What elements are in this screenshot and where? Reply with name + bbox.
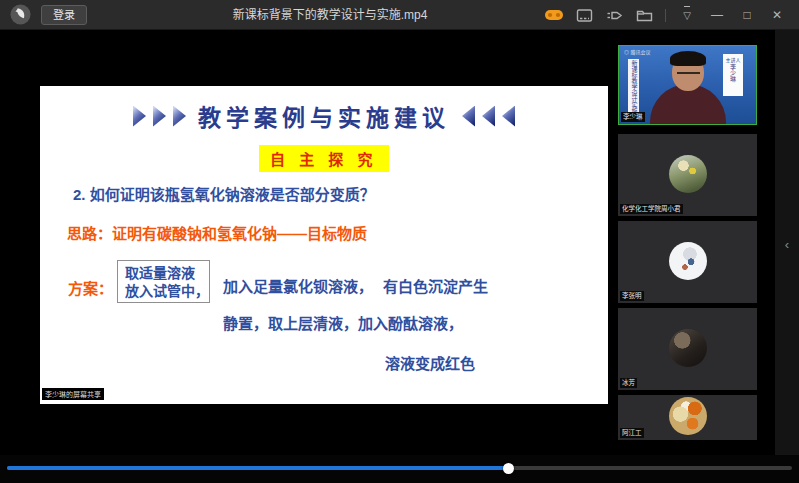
seek-knob[interactable] bbox=[503, 463, 514, 474]
participant-tile: 化学化工学院周小君 bbox=[618, 134, 757, 216]
maximize-button[interactable]: □ bbox=[735, 4, 759, 26]
slide-plan-label: 方案： bbox=[68, 277, 113, 298]
presenter-card: 主讲人 李少琳 bbox=[723, 54, 743, 96]
participant-tile: 李张明 bbox=[618, 221, 757, 303]
titlebar-separator bbox=[665, 9, 666, 22]
playlist-panel-strip: ‹ bbox=[775, 30, 799, 455]
participant-avatar bbox=[669, 397, 707, 435]
participant-tile: 阿江工 bbox=[618, 395, 757, 440]
participant-name-tag: 化学化工学院周小君 bbox=[620, 204, 683, 214]
participant-tile-speaker: ◎ 腾讯会议 新课标教学设计实施 主讲人 李少琳 李少琳 bbox=[618, 45, 757, 125]
shared-slide: 教学案例与实施建议 自 主 探 究 2. 如何证明该瓶氢氧化钠溶液是否部分变质？… bbox=[40, 86, 608, 404]
close-button[interactable]: ✕ bbox=[765, 4, 789, 26]
app-logo-icon[interactable] bbox=[9, 3, 32, 26]
arrow-right-icon bbox=[153, 106, 166, 127]
player-window: 登录 新课标背景下的教学设计与实施.mp4 bbox=[0, 0, 799, 483]
participant-avatar bbox=[669, 329, 707, 367]
participant-avatar bbox=[669, 242, 707, 280]
participant-avatar bbox=[669, 155, 707, 193]
participant-name-tag: 李少琳 bbox=[621, 112, 645, 122]
slide-badge: 自 主 探 究 bbox=[259, 145, 389, 172]
arrow-right-icon bbox=[173, 106, 186, 127]
slide-result1: 有白色沉淀产生 bbox=[383, 275, 488, 296]
arrow-left-icon bbox=[502, 106, 515, 127]
open-folder-icon[interactable] bbox=[632, 4, 656, 26]
slide-question: 2. 如何证明该瓶氢氧化钠溶液是否部分变质？ bbox=[73, 183, 375, 204]
panel-collapse-chevron-icon[interactable]: ‹ bbox=[775, 236, 799, 256]
presenter-role: 主讲人 bbox=[723, 56, 743, 63]
titlebar: 登录 新课标背景下的教学设计与实施.mp4 bbox=[0, 0, 799, 30]
arrow-left-icon bbox=[462, 106, 475, 127]
slide-step1: 加入足量氯化钡溶液， bbox=[223, 275, 373, 296]
speaker-hair bbox=[670, 51, 706, 66]
background-banner: 新课标教学设计实施 bbox=[628, 59, 639, 114]
minimize-button[interactable]: — bbox=[705, 4, 729, 26]
player-bottom-bar bbox=[0, 455, 799, 483]
participant-name-tag: 阿江工 bbox=[620, 428, 644, 438]
broadcast-plugin-icon[interactable] bbox=[602, 4, 626, 26]
slide-result2: 溶液变成红色 bbox=[385, 352, 475, 373]
slide-step2: 静置，取上层清液，加入酚酞溶液， bbox=[223, 312, 463, 333]
screen-share-name-tag: 李少琳的屏幕共享 bbox=[42, 388, 104, 400]
plan-box-line: 取适量溶液 bbox=[125, 264, 209, 282]
seek-progress-fill bbox=[7, 466, 509, 470]
participant-tile: 冰芳 bbox=[618, 308, 757, 390]
gamepad-icon[interactable] bbox=[542, 4, 566, 26]
slide-title: 教学案例与实施建议 bbox=[198, 99, 450, 133]
window-title: 新课标背景下的教学设计与实施.mp4 bbox=[170, 0, 490, 30]
slide-plan-box: 取适量溶液 放入试管中， bbox=[117, 260, 210, 303]
plan-box-line: 放入试管中， bbox=[125, 282, 209, 300]
preset-menu-icon[interactable]: ▽ bbox=[675, 4, 699, 26]
meeting-watermark: ◎ 腾讯会议 bbox=[624, 48, 650, 55]
participant-name-tag: 冰芳 bbox=[620, 378, 637, 388]
presenter-card-name: 李少琳 bbox=[729, 64, 738, 82]
speaker-glasses bbox=[677, 72, 700, 77]
login-button[interactable]: 登录 bbox=[41, 5, 87, 25]
seek-bar[interactable] bbox=[7, 466, 792, 470]
screen-capture-icon[interactable] bbox=[572, 4, 596, 26]
slide-title-row: 教学案例与实施建议 bbox=[40, 100, 608, 132]
titlebar-icons: ▽ — □ ✕ bbox=[542, 0, 789, 30]
arrow-right-icon bbox=[133, 106, 146, 127]
participant-name-tag: 李张明 bbox=[620, 291, 644, 301]
video-content: 教学案例与实施建议 自 主 探 究 2. 如何证明该瓶氢氧化钠溶液是否部分变质？… bbox=[0, 30, 799, 455]
slide-idea: 思路：证明有碳酸钠和氢氧化钠——目标物质 bbox=[67, 222, 367, 243]
arrow-left-icon bbox=[482, 106, 495, 127]
